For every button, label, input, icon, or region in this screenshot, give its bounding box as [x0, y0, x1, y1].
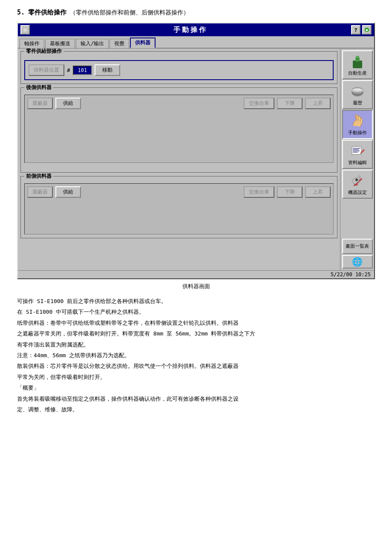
history-label: 履歴: [353, 101, 362, 106]
sidebar-item-machine-settings[interactable]: 機器設定: [342, 170, 373, 199]
desc-line-9: 「概要」: [17, 383, 375, 393]
window-icon-button[interactable]: ⊟: [20, 25, 30, 35]
rear-down-button[interactable]: 下降: [277, 98, 303, 109]
sidebar: 自動生産 履歴: [340, 49, 374, 270]
desc-line-8: 平常为关闭，但零件吸着时则打开。: [17, 372, 375, 382]
desc-line-4: 之遮蔽器平常关闭，但零件吸着时则打开。料带宽度有 8mm 至 56mm。32mm…: [17, 329, 375, 338]
sidebar-item-screen-list[interactable]: 畫面一覧表: [342, 239, 373, 254]
section-main-title: 零件供给操作: [28, 9, 66, 17]
svg-point-9: [353, 88, 362, 91]
section-number: 5.: [17, 9, 25, 16]
desc-line-11: 定、调整、维修、故障。: [17, 405, 375, 414]
front-supply-button[interactable]: 供給: [55, 186, 81, 198]
description-area: 可操作 SI-E1000 前后之零件供给部之各种供料器或台车。 在 SI-E10…: [17, 296, 375, 414]
close-icon: ●: [364, 27, 369, 32]
data-edit-label: 资料編輯: [348, 160, 367, 165]
svg-rect-2: [353, 61, 362, 68]
svg-text:●: ●: [366, 28, 368, 32]
svg-rect-10: [352, 147, 361, 154]
tab-bar: 軸操作 基板搬送 输入/输出 視覺 供料器: [18, 36, 374, 49]
feeder-position-input[interactable]: [73, 66, 92, 75]
front-up-button[interactable]: 上昇: [305, 186, 331, 198]
sidebar-item-globe[interactable]: 🌐: [342, 255, 373, 269]
title-bar: ⊟ 手動操作 ? ●: [18, 23, 374, 36]
rear-up-button[interactable]: 上昇: [305, 98, 331, 109]
status-bar: 5/22/00 10:25: [18, 270, 374, 278]
desc-line-7: 散装供料器：芯片零件等是以分散之状态供给。用吹气使一个个排列供料。供料器之遮蔽器: [17, 361, 375, 371]
sidebar-item-data-edit[interactable]: 资料編輯: [342, 140, 373, 169]
tab-io[interactable]: 输入/输出: [76, 39, 109, 48]
sidebar-item-auto-production[interactable]: 自動生産: [342, 50, 373, 79]
feeder-position-button[interactable]: 供料器位置: [29, 64, 64, 76]
manual-operation-label: 手動操作: [348, 130, 367, 136]
move-button[interactable]: 移動: [95, 64, 120, 76]
tab-board-convey[interactable]: 基板搬送: [45, 39, 75, 48]
parts-supply-section: 零件供給部操作 供料器位置 # 移動: [20, 51, 337, 84]
front-exchange-button[interactable]: 交換台車: [244, 186, 274, 198]
tab-vision[interactable]: 視覺: [110, 39, 129, 48]
hash-label: #: [67, 67, 70, 73]
desc-line-10: 首先将装着吸嘴移动至指定之供料器，操作供料器确认动作，此可有效诊断各种供料器之设: [17, 394, 375, 404]
close-icon-button[interactable]: ●: [362, 25, 372, 35]
front-shutter-button[interactable]: 遮蔽器: [27, 186, 53, 198]
desc-line-1: 可操作 SI-E1000 前后之零件供给部之各种供料器或台车。: [17, 296, 375, 306]
tab-axis-operation[interactable]: 軸操作: [20, 39, 44, 48]
window-title: 手動操作: [30, 26, 351, 35]
auto-production-label: 自動生産: [348, 71, 367, 76]
datetime-display: 5/22/00 10:25: [331, 272, 371, 278]
rear-shutter-button[interactable]: 遮蔽器: [27, 98, 53, 109]
manual-operation-icon: [349, 113, 366, 130]
desc-line-3: 纸带供料器：卷带中可供给纸带或塑料带等之零件，在料带侧设置之针轮孔以供料。供料器: [17, 318, 375, 328]
rear-supply-button[interactable]: 供給: [55, 98, 81, 109]
machine-settings-label: 機器設定: [348, 190, 367, 195]
sidebar-item-manual-operation[interactable]: 手動操作: [342, 110, 373, 139]
window-icon: ⊟: [23, 27, 26, 33]
rear-feeder-body: 遮蔽器 供給 交換台車 下降 上昇: [24, 95, 334, 163]
machine-settings-icon: [349, 173, 366, 189]
rear-feeder-section: 後側供料器 遮蔽器 供給 交換台車 下降 上昇: [20, 87, 337, 173]
parts-supply-inner: 供料器位置 # 移動: [24, 60, 334, 80]
svg-rect-5: [356, 56, 359, 58]
main-application-window: ⊟ 手動操作 ? ● 軸操作 基板搬送 输入/输出 視覺 供料器 零件供給部操作: [17, 23, 375, 279]
rear-exchange-button[interactable]: 交換台車: [244, 98, 274, 109]
front-feeder-section: 前側供料器 遮蔽器 供給 交換台車 下降 上昇: [20, 176, 337, 238]
data-edit-icon: [349, 143, 366, 159]
front-down-button[interactable]: 下降: [277, 186, 303, 198]
front-feeder-body: 遮蔽器 供給 交換台車 下降 上昇: [24, 183, 334, 234]
history-icon: [349, 84, 366, 100]
desc-line-5: 有零件顶出装置为附属选配。: [17, 340, 375, 350]
auto-production-icon: [349, 54, 366, 70]
screen-caption: 供料器画面: [17, 283, 375, 290]
svg-point-15: [355, 179, 358, 181]
section-sub-title: （零件供给部操作和前侧、后侧供料器操作）: [70, 9, 189, 17]
tab-feeder[interactable]: 供料器: [130, 38, 156, 48]
desc-line-6: 注意：44mm、56mm 之纸带供料器乃为选配。: [17, 350, 375, 360]
desc-line-2: 在 SI-E1000 中可搭载下一个生产机种之供料器。: [17, 307, 375, 317]
rear-feeder-title: 後側供料器: [24, 84, 53, 91]
main-content-area: 零件供給部操作 供料器位置 # 移動 後側供料器 遮蔽器: [18, 49, 340, 270]
screen-list-label: 畫面一覧表: [346, 244, 369, 249]
parts-supply-section-title: 零件供給部操作: [24, 49, 63, 55]
front-feeder-title: 前側供料器: [24, 173, 53, 180]
globe-icon: 🌐: [352, 257, 363, 267]
sidebar-item-history[interactable]: 履歴: [342, 80, 373, 109]
help-button[interactable]: ?: [351, 25, 360, 35]
